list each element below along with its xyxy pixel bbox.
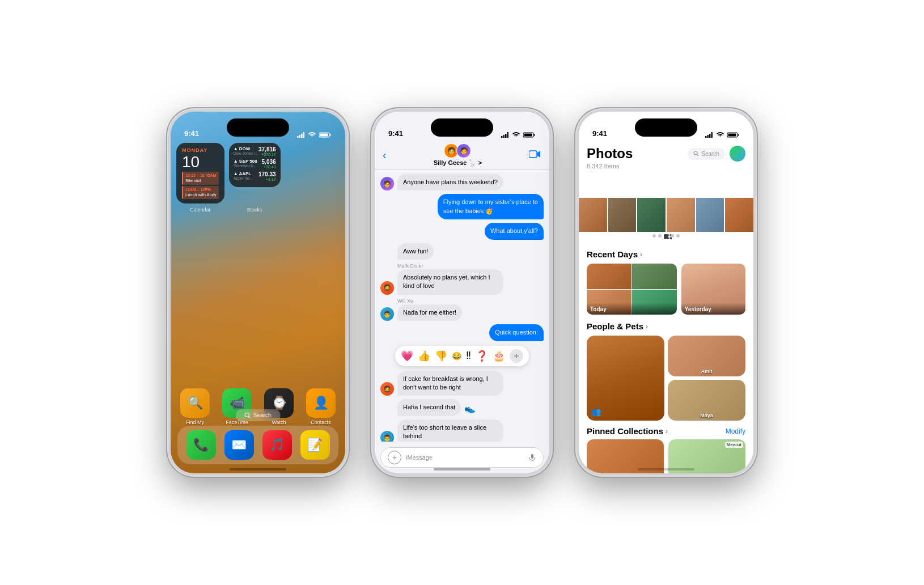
msg-text-1: Anyone have plans this weekend? <box>397 174 503 190</box>
msg-text-6: Nada for me either! <box>397 304 462 321</box>
calendar-widget[interactable]: MONDAY 10 10:15 – 10:45AM Site visit 11A… <box>176 143 224 204</box>
people-group-icon: 👥 <box>591 407 601 416</box>
recent-days-title[interactable]: Recent Days › <box>587 249 642 259</box>
recent-days-grid: Today Yesterday <box>587 264 745 315</box>
today-label: Today <box>587 303 677 315</box>
tapback-question[interactable]: ❓ <box>476 350 488 362</box>
tapback-haha[interactable]: 😂 <box>452 351 461 361</box>
stocks-widget-wrapper: ▲ DOW Dow Jones I... 37,816 +570.17 ▲ S&… <box>229 143 281 204</box>
search-label: Search <box>253 412 272 418</box>
today-thumb-2 <box>632 264 677 289</box>
day-card-yesterday[interactable]: Yesterday <box>681 264 745 315</box>
photos-title: Photos <box>587 146 633 162</box>
person-maya[interactable]: Maya <box>668 380 745 421</box>
svg-rect-26 <box>738 134 739 136</box>
dock-music[interactable]: 🎵 <box>262 430 292 460</box>
wifi-icon-3 <box>716 132 724 138</box>
pinned-collections-title[interactable]: Pinned Collections › <box>587 426 668 436</box>
recent-days-header: Recent Days › <box>587 249 745 259</box>
modify-button[interactable]: Modify <box>726 427 745 435</box>
tapback-heart[interactable]: 💗 <box>401 350 413 362</box>
photo-thumb-6[interactable] <box>725 198 753 232</box>
status-time: 9:41 <box>184 129 199 138</box>
dock-mail[interactable]: ✉️ <box>224 430 254 460</box>
dot-4[interactable] <box>671 234 674 238</box>
dynamic-island-2 <box>431 118 493 137</box>
app-find-my-label: Find My <box>186 419 204 425</box>
photo-thumb-2[interactable] <box>608 198 637 232</box>
svg-rect-33 <box>664 238 666 240</box>
photos-header-icons: Search <box>688 146 745 162</box>
day-card-today[interactable]: Today <box>587 264 677 315</box>
battery-icon <box>319 132 332 138</box>
msg-text-4: Aww fun! <box>397 243 434 260</box>
mic-icon[interactable] <box>528 453 536 461</box>
photo-thumb-5[interactable] <box>696 198 724 232</box>
photos-page-dots <box>579 234 753 239</box>
stock-dow: ▲ DOW Dow Jones I... 37,816 +570.17 <box>234 146 276 156</box>
people-pets-header: People & Pets › <box>587 321 745 331</box>
signal-icon-2 <box>501 132 509 138</box>
tapback-row[interactable]: 💗 👍 👎 😂 ‼️ ❓ 🎂 <box>395 346 529 366</box>
svg-rect-11 <box>505 134 507 138</box>
dot-1[interactable] <box>652 234 656 238</box>
svg-rect-14 <box>534 134 535 136</box>
people-pets-chevron: › <box>646 323 648 330</box>
stock-sp500: ▲ S&P 500 Standard &... 5,036 +80.48 <box>234 159 276 169</box>
spotlight-search[interactable]: Search <box>236 409 281 421</box>
tapback-exclaim[interactable]: ‼️ <box>466 350 471 362</box>
dot-3-active[interactable] <box>664 234 668 239</box>
battery-icon-2 <box>523 132 536 138</box>
svg-rect-1 <box>299 135 301 138</box>
msg-7: Quick question: <box>380 324 544 341</box>
app-contacts[interactable]: 👤 Contacts <box>302 388 340 425</box>
signal-icon-3 <box>705 132 713 138</box>
home-indicator-2 <box>434 468 490 470</box>
stock-aapl: ▲ AAPL Apple Inc... 170.33 +3.17 <box>234 171 276 181</box>
dot-5[interactable] <box>676 234 680 238</box>
messages-contact[interactable]: 🧑 🧑 Silly Geese 🪿 > <box>434 143 482 167</box>
recent-days-chevron: › <box>640 251 642 258</box>
msg-8: 🧔 If cake for breakfast is wrong, I don'… <box>380 371 544 396</box>
photo-thumb-3[interactable] <box>637 198 666 232</box>
svg-point-7 <box>245 413 249 417</box>
svg-line-29 <box>697 155 699 156</box>
photos-profile-avatar[interactable] <box>730 146 745 162</box>
person-amit[interactable]: Amit <box>668 336 745 376</box>
msg-9: Haha I second that 👟 <box>380 399 544 416</box>
photo-thumb-4[interactable] <box>667 198 695 232</box>
photos-strip <box>579 198 753 232</box>
dock-phone[interactable]: 📞 <box>187 430 216 460</box>
photos-search-button[interactable]: Search <box>688 148 725 160</box>
wifi-icon-2 <box>512 132 520 138</box>
imessage-placeholder[interactable]: iMessage <box>406 454 524 461</box>
tapback-cake[interactable]: 🎂 <box>493 350 505 362</box>
status-time-3: 9:41 <box>592 129 607 138</box>
msg-text-7: Quick question: <box>489 324 544 341</box>
tapback-thumbsdown[interactable]: 👎 <box>435 350 447 362</box>
tapback-add-button[interactable] <box>510 349 523 363</box>
photo-thumb-1[interactable] <box>579 198 607 232</box>
dock-notes[interactable]: 📝 <box>300 430 330 460</box>
msg-avatar-1: 🧑 <box>380 177 394 190</box>
message-input-bar[interactable]: + iMessage <box>380 447 544 468</box>
msg-avatar-6: 👨 <box>380 307 394 321</box>
person-big-card[interactable]: 👥 <box>587 336 664 421</box>
svg-rect-27 <box>728 134 736 137</box>
calendar-event-1: 10:15 – 10:45AM Site visit <box>182 172 219 185</box>
attachment-button[interactable]: + <box>388 451 401 464</box>
msg-5: 🧔 Absolutely no plans yet, which I kind … <box>380 269 544 295</box>
app-find-my[interactable]: 🔍 Find My <box>176 388 214 425</box>
tapback-thumbsup[interactable]: 👍 <box>418 350 430 362</box>
svg-rect-2 <box>301 134 303 138</box>
back-button[interactable]: ‹ <box>383 149 387 162</box>
msg-6: 👨 Nada for me either! <box>380 304 544 321</box>
pinned-collections-header: Pinned Collections › Modify <box>587 426 745 436</box>
stocks-widget[interactable]: ▲ DOW Dow Jones I... 37,816 +570.17 ▲ S&… <box>229 143 281 187</box>
people-pets-title[interactable]: People & Pets › <box>587 321 648 331</box>
dot-2[interactable] <box>658 234 662 238</box>
video-call-button[interactable] <box>529 150 541 161</box>
svg-rect-21 <box>705 136 707 138</box>
app-contacts-label: Contacts <box>311 419 331 425</box>
svg-rect-12 <box>507 132 509 138</box>
